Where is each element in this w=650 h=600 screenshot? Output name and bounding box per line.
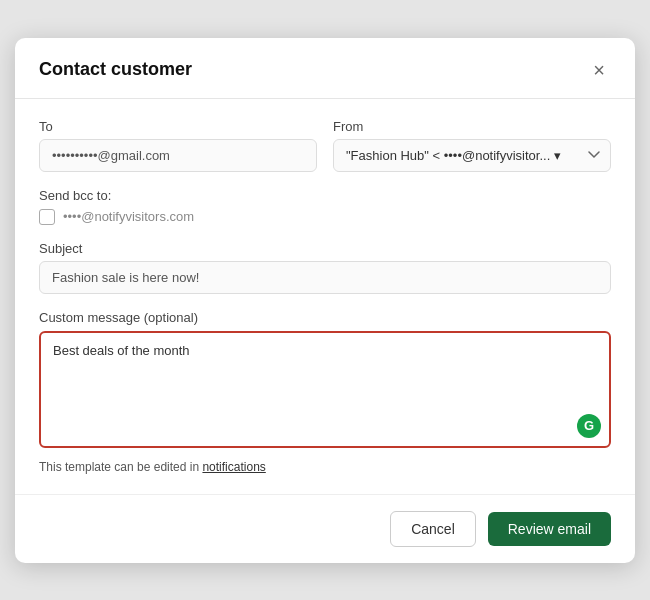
from-label: From: [333, 119, 611, 134]
subject-row: Subject: [39, 241, 611, 294]
bcc-row: Send bcc to: ••••@notifyvisitors.com: [39, 188, 611, 225]
bcc-checkbox-row: ••••@notifyvisitors.com: [39, 209, 611, 225]
subject-field-group: Subject: [39, 241, 611, 294]
bcc-email-text: ••••@notifyvisitors.com: [63, 209, 194, 224]
to-input[interactable]: [39, 139, 317, 172]
subject-label: Subject: [39, 241, 611, 256]
close-button[interactable]: ×: [587, 58, 611, 82]
subject-input[interactable]: [39, 261, 611, 294]
modal-body: To From "Fashion Hub" < ••••@notifyvisit…: [15, 99, 635, 494]
from-select[interactable]: "Fashion Hub" < ••••@notifyvisitor... ▾: [333, 139, 611, 172]
notifications-link[interactable]: notifications: [202, 460, 265, 474]
cancel-button[interactable]: Cancel: [390, 511, 476, 547]
custom-message-row: Custom message (optional) G: [39, 310, 611, 448]
modal-title: Contact customer: [39, 59, 192, 80]
to-from-row: To From "Fashion Hub" < ••••@notifyvisit…: [39, 119, 611, 172]
from-field-group: From "Fashion Hub" < ••••@notifyvisitor.…: [333, 119, 611, 172]
grammarly-icon: G: [577, 414, 601, 438]
modal-overlay: Contact customer × To From "Fashion Hub"…: [0, 0, 650, 600]
modal-header: Contact customer ×: [15, 38, 635, 99]
bcc-checkbox[interactable]: [39, 209, 55, 225]
to-field-group: To: [39, 119, 317, 172]
modal-footer: Cancel Review email: [15, 494, 635, 563]
custom-msg-label: Custom message (optional): [39, 310, 611, 325]
to-label: To: [39, 119, 317, 134]
custom-message-wrapper: G: [39, 331, 611, 448]
custom-message-textarea[interactable]: [41, 333, 609, 443]
contact-customer-modal: Contact customer × To From "Fashion Hub"…: [15, 38, 635, 563]
bcc-label: Send bcc to:: [39, 188, 611, 203]
template-note: This template can be edited in notificat…: [39, 460, 611, 474]
review-email-button[interactable]: Review email: [488, 512, 611, 546]
